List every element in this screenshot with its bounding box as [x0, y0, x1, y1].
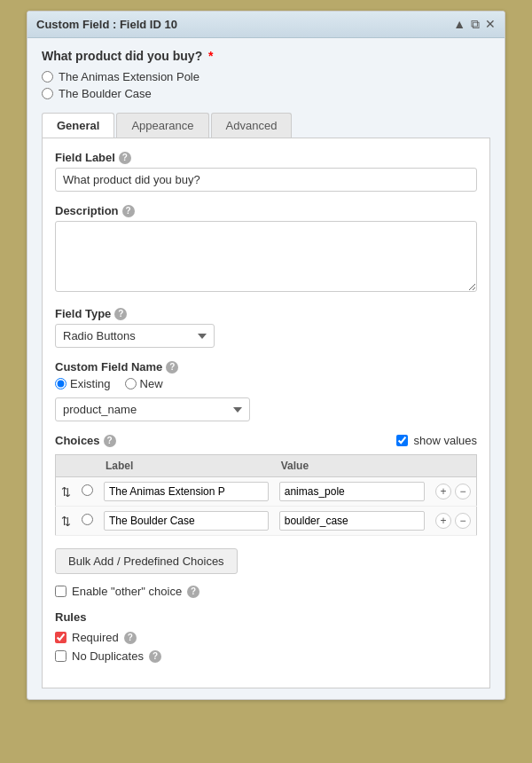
- row1-actions: + −: [430, 477, 477, 507]
- required-checkbox[interactable]: [55, 632, 66, 643]
- row2-value-cell: [274, 507, 430, 536]
- row1-remove-btn[interactable]: −: [455, 484, 471, 499]
- field-label-label: Field Label ?: [55, 151, 477, 164]
- enable-other-checkbox[interactable]: [55, 586, 66, 597]
- col-label-header: Label: [98, 455, 274, 477]
- field-type-label: Field Type ?: [55, 307, 477, 320]
- custom-field-name-row: Existing New: [55, 377, 477, 390]
- row1-drag[interactable]: ⇅: [56, 477, 77, 507]
- custom-field-name-label: Custom Field Name ?: [55, 360, 477, 374]
- panel-title: Custom Field : Field ID 10: [36, 18, 177, 31]
- col-radio-header: [76, 455, 98, 477]
- field-type-help-icon[interactable]: ?: [114, 308, 127, 320]
- table-row: ⇅: [56, 477, 477, 507]
- row2-remove-btn[interactable]: −: [455, 513, 471, 529]
- close-icon[interactable]: ✕: [485, 17, 496, 32]
- field-label-group: Field Label ?: [55, 151, 477, 192]
- custom-field-name-help-icon[interactable]: ?: [166, 361, 178, 374]
- preview-option-1-label: The Animas Extension Pole: [59, 70, 200, 83]
- required-star: *: [208, 49, 213, 63]
- show-values-checkbox[interactable]: [396, 435, 408, 446]
- enable-other-help-icon[interactable]: ?: [187, 586, 200, 598]
- row1-action-buttons: + −: [435, 484, 471, 499]
- required-rule-item: Required ?: [55, 631, 477, 644]
- choices-header-row: Choices ? show values: [55, 434, 477, 447]
- custom-field-panel: Custom Field : Field ID 10 ▲ ⧉ ✕ What pr…: [27, 11, 505, 700]
- choices-table-header: Label Value: [56, 455, 477, 477]
- custom-name-select[interactable]: product_name custom_field_1: [55, 397, 250, 421]
- drag-icon-1: ⇅: [61, 485, 71, 499]
- row2-value-input[interactable]: [279, 511, 425, 531]
- field-type-group: Field Type ? Radio Buttons Checkboxes Se…: [55, 307, 477, 348]
- no-duplicates-rule-item: No Duplicates ?: [55, 649, 477, 663]
- existing-radio[interactable]: [55, 378, 66, 389]
- no-duplicates-label: No Duplicates: [72, 649, 144, 663]
- show-values-row: show values: [396, 434, 477, 447]
- tab-content-general: Field Label ? Description ? Fi: [42, 138, 490, 688]
- row2-action-buttons: + −: [435, 513, 471, 529]
- preview-option-1: The Animas Extension Pole: [42, 70, 490, 83]
- bulk-add-button[interactable]: Bulk Add / Predefined Choices: [55, 548, 238, 574]
- custom-field-name-group: Custom Field Name ? Existing New: [55, 360, 477, 421]
- col-drag-header: [56, 455, 77, 477]
- col-value-header: Value: [274, 455, 430, 477]
- page-wrapper: Custom Field : Field ID 10 ▲ ⧉ ✕ What pr…: [0, 0, 532, 763]
- row1-label-cell: [98, 477, 274, 507]
- row2-add-btn[interactable]: +: [435, 513, 451, 529]
- description-textarea[interactable]: [55, 221, 477, 292]
- tab-general[interactable]: General: [42, 113, 114, 138]
- choices-group: Choices ? show values: [55, 434, 477, 536]
- row2-actions: + −: [430, 507, 477, 536]
- row1-radio-cell[interactable]: [76, 477, 98, 507]
- row1-label-input[interactable]: [104, 482, 269, 501]
- new-radio[interactable]: [125, 378, 137, 389]
- preview-option-2: The Boulder Case: [42, 87, 490, 100]
- required-label: Required: [72, 631, 119, 644]
- enable-other-row: Enable "other" choice ?: [55, 585, 477, 598]
- panel-header: Custom Field : Field ID 10 ▲ ⧉ ✕: [27, 12, 505, 38]
- row2-radio-cell[interactable]: [76, 507, 98, 536]
- panel-header-icons: ▲ ⧉ ✕: [453, 17, 496, 32]
- enable-other-label: Enable "other" choice: [72, 585, 182, 598]
- col-actions-header: [430, 455, 477, 477]
- show-values-label: show values: [413, 434, 477, 447]
- row1-add-btn[interactable]: +: [435, 484, 451, 499]
- rules-label: Rules: [55, 610, 477, 624]
- no-duplicates-checkbox[interactable]: [55, 650, 66, 662]
- rules-group: Rules Required ? No Duplicates ?: [55, 610, 477, 663]
- row2-radio[interactable]: [82, 514, 93, 525]
- description-label: Description ?: [55, 204, 477, 217]
- choices-label: Choices ?: [55, 434, 116, 447]
- copy-icon[interactable]: ⧉: [471, 17, 480, 32]
- row1-value-cell: [274, 477, 430, 507]
- preview-option-2-label: The Boulder Case: [59, 87, 152, 100]
- collapse-icon[interactable]: ▲: [453, 17, 466, 32]
- bulk-add-wrapper: Bulk Add / Predefined Choices: [55, 548, 477, 585]
- field-type-select[interactable]: Radio Buttons Checkboxes Select: [55, 324, 215, 348]
- tabs-row: General Appearance Advanced: [42, 113, 490, 138]
- tab-advanced[interactable]: Advanced: [211, 113, 293, 138]
- description-help-icon[interactable]: ?: [122, 205, 135, 217]
- preview-radio-1[interactable]: [42, 71, 53, 83]
- required-help-icon[interactable]: ?: [124, 632, 137, 644]
- choices-table: Label Value: [55, 454, 477, 536]
- panel-body: What product did you buy? * The Animas E…: [27, 38, 505, 699]
- row2-label-cell: [98, 507, 274, 536]
- preview-radio-2[interactable]: [42, 88, 53, 99]
- description-group: Description ?: [55, 204, 477, 295]
- row1-radio[interactable]: [82, 484, 93, 496]
- no-duplicates-help-icon[interactable]: ?: [149, 650, 161, 663]
- choices-help-icon[interactable]: ?: [104, 435, 116, 447]
- question-label: What product did you buy? *: [42, 49, 490, 63]
- row1-value-input[interactable]: [279, 482, 425, 501]
- row2-label-input[interactable]: [104, 511, 269, 531]
- drag-icon-2: ⇅: [61, 515, 71, 528]
- tab-appearance[interactable]: Appearance: [116, 113, 208, 138]
- new-radio-label[interactable]: New: [125, 377, 163, 390]
- existing-radio-label[interactable]: Existing: [55, 377, 111, 390]
- field-label-input[interactable]: [55, 168, 477, 192]
- field-label-help-icon[interactable]: ?: [119, 152, 131, 164]
- row2-drag[interactable]: ⇅: [56, 507, 77, 536]
- table-row: ⇅: [56, 507, 477, 536]
